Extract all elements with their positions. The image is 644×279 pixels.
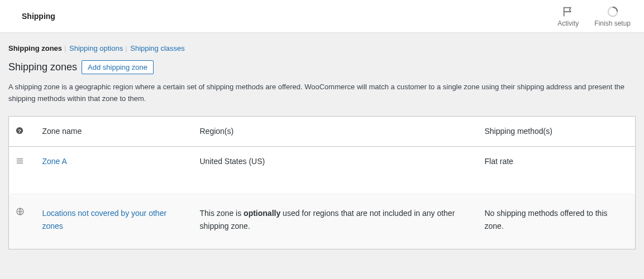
finish-setup-button[interactable]: Finish setup: [594, 6, 631, 27]
tab-shipping-zones[interactable]: Shipping zones: [8, 44, 62, 52]
content-area: Shipping zones| Shipping options| Shippi…: [0, 33, 644, 261]
tab-separator: |: [62, 44, 67, 52]
table-header-methods: Shipping method(s): [478, 116, 636, 146]
table-header-help: ?: [9, 116, 36, 146]
table-header-name: Zone name: [36, 116, 193, 146]
drag-handle-icon[interactable]: [16, 157, 24, 165]
activity-button[interactable]: Activity: [557, 6, 579, 27]
table-row-fallback: Locations not covered by your other zone…: [9, 194, 636, 249]
finish-setup-label: Finish setup: [594, 20, 631, 27]
header-bar: Shipping Activity Finish setup: [0, 0, 644, 33]
row-zone-name-cell: Zone A: [36, 146, 193, 194]
row-drag-cell: [9, 146, 36, 194]
add-shipping-zone-button[interactable]: Add shipping zone: [82, 60, 154, 74]
table-header-row: ? Zone name Region(s) Shipping method(s): [9, 116, 636, 146]
tab-separator: |: [123, 44, 128, 52]
title-row: Shipping zones Add shipping zone: [8, 60, 636, 74]
progress-circle-icon: [607, 6, 619, 18]
activity-label: Activity: [557, 20, 579, 27]
shipping-zones-table: ? Zone name Region(s) Shipping method(s)…: [8, 116, 636, 250]
table-row: Zone A United States (US) Flat rate: [9, 146, 636, 194]
table-header-regions: Region(s): [193, 116, 478, 146]
subtabs: Shipping zones| Shipping options| Shippi…: [8, 44, 636, 52]
fallback-region-pre: This zone is: [200, 209, 244, 218]
row-region-cell: United States (US): [193, 146, 478, 194]
page-header-title: Shipping: [13, 12, 55, 21]
globe-icon: [16, 207, 25, 216]
zone-link[interactable]: Zone A: [42, 157, 67, 166]
svg-text:?: ?: [18, 127, 21, 133]
row-method-cell: Flat rate: [478, 146, 636, 194]
fallback-region-strong: optionally: [244, 209, 280, 218]
tab-shipping-options[interactable]: Shipping options: [69, 44, 123, 52]
help-icon[interactable]: ?: [16, 127, 23, 134]
fallback-method-cell: No shipping methods offered to this zone…: [478, 194, 636, 249]
fallback-zone-link[interactable]: Locations not covered by your other zone…: [42, 209, 167, 231]
fallback-name-cell: Locations not covered by your other zone…: [36, 194, 193, 249]
fallback-icon-cell: [9, 194, 36, 249]
page-description: A shipping zone is a geographic region w…: [8, 81, 636, 105]
fallback-region-cell: This zone is optionally used for regions…: [193, 194, 478, 249]
header-actions: Activity Finish setup: [557, 6, 631, 27]
page-title: Shipping zones: [8, 61, 77, 73]
flag-icon: [562, 6, 574, 18]
tab-shipping-classes[interactable]: Shipping classes: [130, 44, 185, 52]
